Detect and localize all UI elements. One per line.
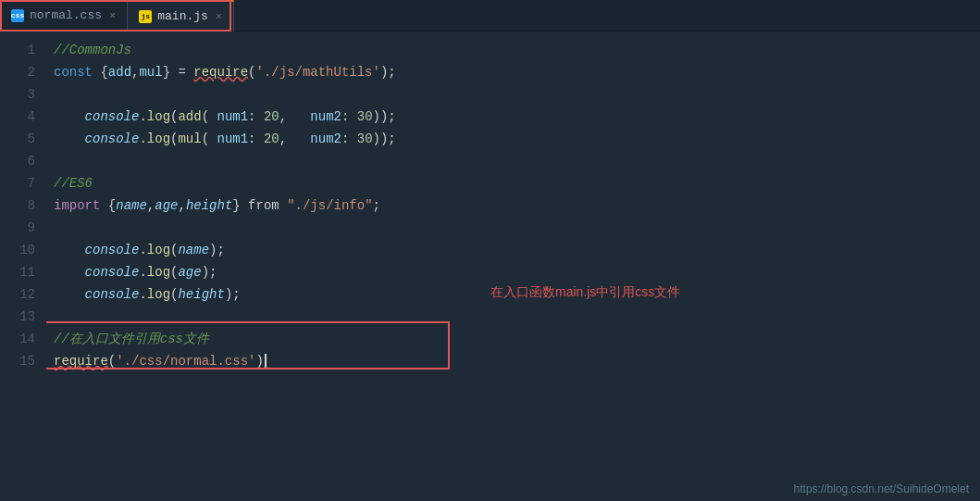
tab-js-close[interactable]: ✕ — [216, 9, 222, 23]
js-icon: js — [139, 10, 152, 23]
code-area: 1 2 3 4 5 6 7 8 9 10 11 12 13 14 15 //Co… — [0, 31, 980, 501]
tab-js[interactable]: js main.js ✕ — [127, 0, 234, 31]
code-line-9 — [54, 217, 980, 239]
footer-url: https://blog.csdn.net/SuihideOmelet — [794, 482, 969, 495]
code-line-15: require ( './css/normal.css' ) — [54, 350, 980, 372]
code-line-12: console . log ( height ); — [54, 283, 980, 306]
code-line-14: //在入口文件引用css文件 — [54, 328, 980, 350]
code-line-11: console . log ( age ); — [54, 261, 980, 283]
tab-bar: css normal.css ✕ js main.js ✕ — [0, 0, 980, 31]
code-line-13 — [54, 306, 980, 328]
cursor — [265, 354, 267, 369]
code-line-2: const { add , mul } = require ( './js/ma… — [54, 61, 980, 83]
tab-css[interactable]: css normal.css ✕ — [0, 0, 127, 31]
css-icon: css — [11, 9, 24, 22]
code-line-4: console . log ( add ( num1 : 20 , num2 :… — [54, 106, 980, 128]
code-line-10: console . log ( name ); — [54, 239, 980, 261]
code-line-3 — [54, 83, 980, 106]
code-line-1: //CommonJs — [54, 39, 980, 61]
code-line-5: console . log ( mul ( num1 : 20 , num2 :… — [54, 128, 980, 150]
code-line-6 — [54, 150, 980, 172]
line-numbers: 1 2 3 4 5 6 7 8 9 10 11 12 13 14 15 — [0, 31, 46, 501]
code-line-7: //ES6 — [54, 172, 980, 194]
tab-css-close[interactable]: ✕ — [109, 8, 116, 22]
tab-js-label: main.js — [157, 9, 208, 23]
code-line-8: import { name , age , height } from "./j… — [54, 194, 980, 217]
tab-css-label: normal.css — [30, 8, 102, 22]
code-content[interactable]: //CommonJs const { add , mul } = require… — [46, 31, 980, 501]
